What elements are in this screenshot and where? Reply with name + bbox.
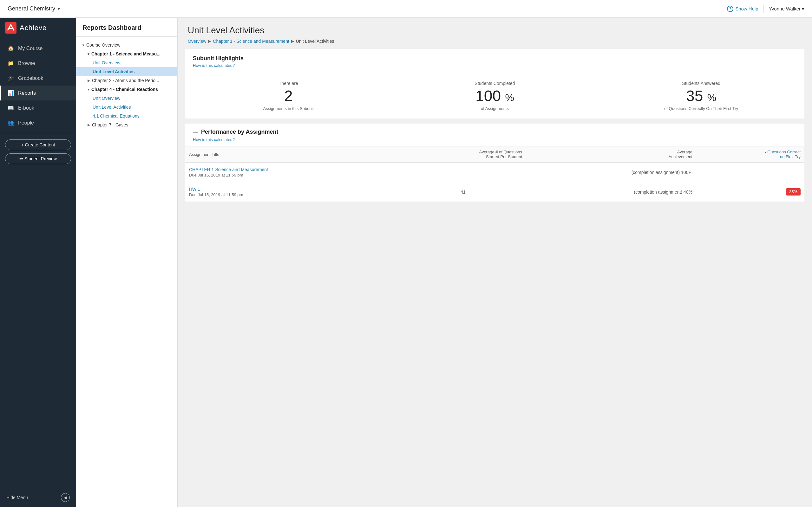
sidebar-item-reports[interactable]: 📊 Reports xyxy=(0,86,76,101)
gradebook-icon: 🎓 xyxy=(7,75,14,81)
course-dropdown-icon[interactable]: ▾ xyxy=(58,6,60,11)
tree-item-chapter1[interactable]: ▾ Chapter 1 - Science and Measu... xyxy=(76,49,177,58)
tree-item-chapter4-unit-overview[interactable]: Unit Overview xyxy=(76,94,177,103)
chevron-right-icon: ▶ xyxy=(88,123,90,127)
nav-divider xyxy=(763,5,764,13)
assignment-link-1[interactable]: HW 1 xyxy=(189,187,397,192)
tree-label-chapter2: Chapter 2 - Atoms and the Perio... xyxy=(92,78,159,83)
hide-menu-label[interactable]: Hide Menu xyxy=(6,495,28,500)
breadcrumb-sep-2: ▶ xyxy=(291,39,294,43)
help-icon: ? xyxy=(727,6,733,12)
tree-label-chapter1: Chapter 1 - Science and Measu... xyxy=(91,51,160,56)
stat-bottom-label-2: of Questions Correctly On Their First Tr… xyxy=(604,106,798,111)
tree-label-ch1-unit-overview: Unit Overview xyxy=(93,60,120,65)
course-title[interactable]: General Chemistry xyxy=(8,5,55,12)
stat-top-label-2: Students Answered xyxy=(604,81,798,86)
collapse-icon[interactable]: — xyxy=(193,129,198,135)
sidebar-item-ebook[interactable]: 📖 E-book xyxy=(0,101,76,115)
tree-item-chapter7[interactable]: ▶ Chapter 7 - Gases xyxy=(76,120,177,129)
table-row-0: CHAPTER 1 Science and Measurement Due Ju… xyxy=(185,163,804,182)
page-title: Unit Level Activities xyxy=(188,25,802,36)
tree-nav: ▾ Course Overview ▾ Chapter 1 - Science … xyxy=(76,37,177,133)
reports-icon: 📊 xyxy=(7,90,14,96)
stat-unit-1: % xyxy=(505,92,514,103)
assignments-table-wrap: Assignment Title Average # of QuestionsS… xyxy=(185,146,804,202)
chevron-down-icon: ▾ xyxy=(88,52,90,56)
breadcrumb-chapter1[interactable]: Chapter 1 - Science and Measurement xyxy=(213,39,289,44)
main-content: Unit Level Activities Overview ▶ Chapter… xyxy=(177,18,812,507)
reports-panel: Reports Dashboard ▾ Course Overview ▾ Ch… xyxy=(76,18,177,507)
table-head: Assignment Title Average # of QuestionsS… xyxy=(185,147,804,163)
stat-completed: Students Completed 100 % of Assignments xyxy=(392,73,598,118)
correct-first-try-cell-1: 35% xyxy=(696,182,804,202)
browse-icon: 📁 xyxy=(7,60,14,66)
reports-header: Reports Dashboard xyxy=(76,18,177,37)
stat-assignments: There are 2 Assignments in this Subunit xyxy=(185,73,392,118)
avg-questions-cell-1: 41 xyxy=(400,182,526,202)
stat-bottom-label-0: Assignments in this Subunit xyxy=(192,106,386,111)
ebook-icon: 📖 xyxy=(7,105,14,111)
table-header-row: Assignment Title Average # of QuestionsS… xyxy=(185,147,804,163)
student-preview-button[interactable]: ⇌ Student Preview xyxy=(5,153,71,164)
tree-item-course-overview[interactable]: ▾ Course Overview xyxy=(76,41,177,49)
student-preview-label: ⇌ Student Preview xyxy=(19,156,57,161)
page-header: Unit Level Activities Overview ▶ Chapter… xyxy=(177,18,812,49)
stat-value-0: 2 xyxy=(192,89,386,104)
content-inner: Unit Level Activities Overview ▶ Chapter… xyxy=(177,18,812,202)
col-avg-achievement: AverageAchievement xyxy=(526,147,696,163)
tree-item-chapter2[interactable]: ▶ Chapter 2 - Atoms and the Perio... xyxy=(76,76,177,85)
table-body: CHAPTER 1 Science and Measurement Due Ju… xyxy=(185,163,804,202)
sidebar-item-browse[interactable]: 📁 Browse xyxy=(0,56,76,71)
badge-35-percent: 35% xyxy=(786,188,801,195)
tree-label-ch1-unit-level-activities: Unit Level Activities xyxy=(93,69,135,74)
user-menu[interactable]: Yvonne Walker ▾ xyxy=(769,6,804,12)
tree-item-chapter4-unit-level-activities[interactable]: Unit Level Activities xyxy=(76,103,177,112)
sidebar-item-people[interactable]: 👥 People xyxy=(0,115,76,130)
sidebar: Achieve 🏠 My Course 📁 Browse 🎓 Gradebook… xyxy=(0,18,76,507)
breadcrumb-sep-1: ▶ xyxy=(208,39,211,43)
col-avg-questions: Average # of QuestionsStarted Per Studen… xyxy=(400,147,526,163)
dash-correct-0: — xyxy=(796,170,801,175)
user-dropdown-icon: ▾ xyxy=(802,6,804,12)
subunit-highlights-card: Subunit Highlights How is this calculate… xyxy=(185,49,804,118)
subunit-how-calculated[interactable]: How is this calculated? xyxy=(193,63,797,68)
tree-label-chapter4: Chapter 4 - Chemical Reactions xyxy=(91,87,158,92)
chevron-down-icon: ▾ xyxy=(83,43,84,47)
col-correct-first-try[interactable]: ▾ Questions Correcton First Try xyxy=(696,147,804,163)
show-help-button[interactable]: ? Show Help xyxy=(727,6,758,12)
tree-item-chapter4-chemical-equations[interactable]: 4.1 Chemical Equations xyxy=(76,112,177,120)
top-nav: General Chemistry ▾ ? Show Help Yvonne W… xyxy=(0,0,812,18)
assignment-link-0[interactable]: CHAPTER 1 Science and Measurement xyxy=(189,167,397,172)
sidebar-label-reports: Reports xyxy=(18,90,36,96)
sidebar-label-browse: Browse xyxy=(18,60,35,66)
tree-item-chapter1-unit-level-activities[interactable]: Unit Level Activities xyxy=(76,67,177,76)
performance-how-calculated[interactable]: How is this calculated? xyxy=(193,137,235,142)
achievement-cell-1: (completion assignment) 40% xyxy=(526,182,696,202)
table-row-1: HW 1 Due Jul 15, 2019 at 11:59 pm 41 (co… xyxy=(185,182,804,202)
tree-item-chapter1-unit-overview[interactable]: Unit Overview xyxy=(76,58,177,67)
hide-menu-icon[interactable]: ◀ xyxy=(61,493,70,502)
breadcrumb-overview[interactable]: Overview xyxy=(188,39,206,44)
assignment-due-0: Due Jul 15, 2019 at 11:59 pm xyxy=(189,173,397,177)
stat-value-1: 100 % xyxy=(398,89,592,104)
sidebar-item-gradebook[interactable]: 🎓 Gradebook xyxy=(0,71,76,86)
create-content-button[interactable]: + Create Content xyxy=(5,139,71,150)
col-assignment-title: Assignment Title xyxy=(185,147,400,163)
sort-arrow-icon: ▾ xyxy=(765,151,766,154)
sidebar-footer: Hide Menu ◀ xyxy=(0,488,76,507)
tree-item-chapter4[interactable]: ▾ Chapter 4 - Chemical Reactions xyxy=(76,85,177,94)
sidebar-label-ebook: E-book xyxy=(18,105,34,111)
tree-label-course-overview: Course Overview xyxy=(86,43,120,48)
sidebar-item-my-course[interactable]: 🏠 My Course xyxy=(0,41,76,56)
breadcrumb-current: Unit Level Activities xyxy=(296,39,334,44)
chevron-right-icon: ▶ xyxy=(88,78,90,83)
stat-bottom-label-1: of Assignments xyxy=(398,106,592,111)
create-content-label: + Create Content xyxy=(21,142,55,147)
stat-top-label-0: There are xyxy=(192,81,386,86)
sidebar-label-my-course: My Course xyxy=(18,46,43,51)
stat-value-2: 35 % xyxy=(604,89,798,104)
logo-area: Achieve xyxy=(0,18,76,38)
main-layout: Achieve 🏠 My Course 📁 Browse 🎓 Gradebook… xyxy=(0,18,812,507)
logo-text: Achieve xyxy=(20,24,47,32)
top-nav-right: ? Show Help Yvonne Walker ▾ xyxy=(727,5,804,13)
